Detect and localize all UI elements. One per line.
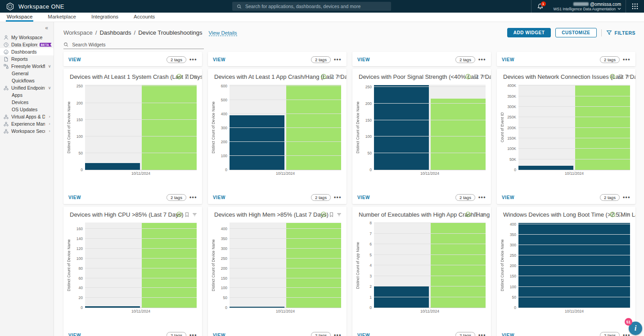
widget-view-link[interactable]: VIEW (213, 57, 225, 62)
widget-view-link[interactable]: VIEW (213, 333, 225, 336)
filter-lines-icon[interactable] (625, 212, 631, 218)
widget-view-link[interactable]: VIEW (357, 333, 370, 336)
ellipsis-menu-icon[interactable]: ••• (478, 333, 486, 336)
widget-view-link[interactable]: VIEW (357, 195, 370, 200)
check-circle-icon[interactable] (609, 73, 616, 80)
bar[interactable] (286, 223, 341, 308)
widget-view-link[interactable]: VIEW (213, 195, 225, 200)
filter-lines-icon[interactable] (192, 212, 198, 218)
help-widget[interactable]: 51 i (629, 322, 642, 335)
check-circle-icon[interactable] (465, 211, 471, 218)
bookmark-icon[interactable] (184, 74, 190, 80)
workspace-one-logo[interactable]: Workspace ONE (0, 2, 90, 11)
widget-tags-badge[interactable]: 2 tags (600, 332, 620, 336)
bookmark-icon[interactable] (329, 74, 334, 80)
filter-lines-icon[interactable] (481, 212, 486, 218)
widget-tags-badge[interactable]: 2 tags (600, 194, 620, 201)
sidebar-item-virtual-apps-deskto[interactable]: Virtual Apps & Deskto... › (0, 113, 54, 120)
bar[interactable] (142, 223, 197, 308)
sidebar-item-apps[interactable]: Apps (0, 91, 54, 99)
sidebar-item-reports[interactable]: Reports (0, 55, 54, 63)
bar[interactable] (518, 166, 573, 170)
ellipsis-menu-icon[interactable]: ••• (623, 195, 630, 200)
check-circle-icon[interactable] (176, 73, 182, 80)
customize-button[interactable]: CUSTOMIZE (555, 28, 596, 37)
widget-tags-badge[interactable]: 2 tags (311, 194, 331, 201)
bookmark-icon[interactable] (329, 212, 334, 218)
sidebar-item-experience-managem[interactable]: Experience Managem... › (0, 120, 54, 127)
bar[interactable] (230, 307, 284, 308)
bar[interactable] (431, 99, 486, 170)
filters-button[interactable]: FILTERS (606, 30, 635, 36)
ellipsis-menu-icon[interactable]: ••• (478, 195, 486, 200)
widget-view-link[interactable]: VIEW (502, 333, 514, 336)
tab-accounts[interactable]: Accounts (133, 13, 156, 22)
sidebar-item-os-updates[interactable]: OS Updates (0, 106, 54, 113)
filter-lines-icon[interactable] (481, 74, 486, 80)
sidebar-collapse-icon[interactable]: « (0, 24, 54, 34)
chevron-right-icon[interactable]: › (47, 122, 52, 126)
tab-marketplace[interactable]: Marketplace (47, 13, 77, 22)
tab-workspace[interactable]: Workspace (6, 13, 33, 22)
bookmark-icon[interactable] (617, 74, 623, 80)
widget-view-link[interactable]: VIEW (502, 195, 514, 200)
sidebar-item-my-workspace[interactable]: My Workspace (0, 34, 54, 41)
check-circle-icon[interactable] (465, 73, 471, 80)
bookmark-icon[interactable] (473, 74, 479, 80)
widget-tags-badge[interactable]: 2 tags (455, 194, 475, 201)
chevron-down-icon[interactable]: ∨ (47, 64, 52, 68)
sidebar-item-freestyle-workflows[interactable]: Freestyle Workflows ∨ (0, 63, 54, 70)
bar[interactable] (374, 85, 429, 170)
ellipsis-menu-icon[interactable]: ••• (334, 57, 342, 62)
widget-tags-badge[interactable]: 2 tags (311, 332, 331, 336)
app-launcher-button[interactable] (626, 0, 644, 13)
bookmark-icon[interactable] (617, 212, 623, 218)
bookmark-icon[interactable] (473, 212, 479, 218)
widget-tags-badge[interactable]: 2 tags (167, 194, 186, 201)
widget-search-input[interactable] (72, 42, 204, 47)
widget-view-link[interactable]: VIEW (502, 57, 514, 62)
breadcrumb-section[interactable]: Dashboards (99, 29, 131, 36)
notifications-button[interactable]: 1 (531, 0, 549, 13)
check-circle-icon[interactable] (320, 73, 327, 80)
sidebar-item-quickflows[interactable]: Quickflows (0, 77, 54, 84)
sidebar-item-data-explorer[interactable]: Data Explorer BETA (0, 41, 54, 48)
widget-view-link[interactable]: VIEW (68, 333, 81, 336)
check-circle-icon[interactable] (176, 211, 182, 218)
ellipsis-menu-icon[interactable]: ••• (189, 333, 197, 336)
filter-lines-icon[interactable] (336, 74, 342, 80)
tab-integrations[interactable]: Integrations (90, 13, 119, 22)
global-search-input[interactable]: Search for applications, dashboards, dev… (232, 2, 391, 11)
chevron-right-icon[interactable]: › (47, 114, 52, 119)
view-details-link[interactable]: View Details (209, 30, 237, 36)
widget-view-link[interactable]: VIEW (68, 195, 81, 200)
bookmark-icon[interactable] (184, 212, 190, 218)
check-circle-icon[interactable] (609, 211, 616, 218)
account-menu[interactable]: @omnissa.com WS1 Intelligence Data Augme… (549, 0, 626, 13)
ellipsis-menu-icon[interactable]: ••• (478, 57, 486, 62)
ellipsis-menu-icon[interactable]: ••• (623, 57, 630, 62)
filter-lines-icon[interactable] (336, 212, 342, 218)
filter-lines-icon[interactable] (625, 74, 631, 80)
ellipsis-menu-icon[interactable]: ••• (189, 195, 197, 200)
bar[interactable] (230, 115, 284, 170)
widget-tags-badge[interactable]: 2 tags (455, 56, 475, 63)
add-widget-button[interactable]: ADD WIDGET (507, 28, 551, 37)
widget-view-link[interactable]: VIEW (68, 57, 81, 62)
widget-tags-badge[interactable]: 2 tags (455, 332, 475, 336)
bar[interactable] (142, 85, 197, 170)
chevron-down-icon[interactable]: ∨ (47, 86, 52, 90)
bar[interactable] (85, 163, 140, 170)
sidebar-item-dashboards[interactable]: Dashboards (0, 48, 54, 55)
sidebar-item-unified-endpoint-man[interactable]: Unified Endpoint Man... ∨ (0, 84, 54, 91)
widget-view-link[interactable]: VIEW (357, 57, 370, 62)
widget-tags-badge[interactable]: 2 tags (311, 56, 331, 63)
widget-tags-badge[interactable]: 2 tags (167, 332, 186, 336)
sidebar-item-workspace-security[interactable]: Workspace Security › (0, 127, 54, 135)
ellipsis-menu-icon[interactable]: ••• (334, 333, 342, 336)
chevron-right-icon[interactable]: › (47, 129, 52, 133)
widget-tags-badge[interactable]: 2 tags (167, 56, 186, 63)
check-circle-icon[interactable] (320, 211, 327, 218)
ellipsis-menu-icon[interactable]: ••• (189, 57, 197, 62)
filter-lines-icon[interactable] (192, 74, 198, 80)
